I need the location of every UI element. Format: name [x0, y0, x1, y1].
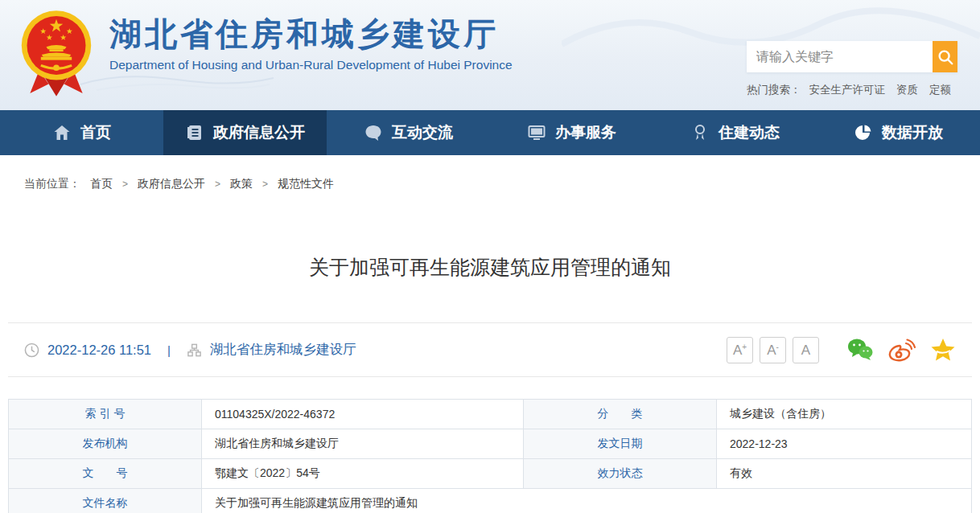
- breadcrumb-separator: >: [215, 179, 220, 190]
- site-title: 湖北省住房和城乡建设厅: [109, 16, 513, 51]
- category-label: 分 类: [524, 400, 717, 429]
- search-input[interactable]: [747, 41, 933, 72]
- search-button[interactable]: [933, 41, 957, 72]
- page-title: 关于加强可再生能源建筑应用管理的通知: [48, 254, 932, 281]
- nav-item-dynamics[interactable]: 住建动态: [653, 110, 817, 155]
- breadcrumb-separator: >: [122, 179, 128, 190]
- document-number-label: 文 号: [9, 459, 202, 489]
- index-number-value: 01104325X/2022-46372: [202, 400, 524, 429]
- nav-item-label: 互动交流: [392, 122, 453, 143]
- qzone-star-icon: [930, 338, 956, 362]
- article-meta: 2022-12-26 11:51 | 湖北省住房和城乡建设厅: [24, 341, 356, 359]
- breadcrumb: 当前位置： 首页 > 政府信息公开 > 政策 > 规范性文件: [0, 155, 980, 191]
- wechat-share-button[interactable]: [846, 338, 874, 362]
- search-area: 热门搜索： 安全生产许可证 资质 定额: [747, 41, 957, 97]
- search-icon: [937, 48, 954, 66]
- nav-item-label: 住建动态: [719, 122, 780, 143]
- nav-item-label: 办事服务: [555, 122, 616, 143]
- publish-time: 2022-12-26 11:51: [47, 343, 151, 358]
- clock-icon: [24, 343, 39, 358]
- nav-item-label: 首页: [80, 122, 111, 143]
- search-box: [747, 41, 957, 72]
- table-row: 文件名称 关于加强可再生能源建筑应用管理的通知: [9, 489, 972, 513]
- font-increase-button[interactable]: A+: [727, 337, 753, 363]
- hot-search-label: 热门搜索：: [747, 83, 801, 97]
- site-subtitle: Department of Housing and Urban-Rural De…: [109, 58, 513, 72]
- site-header: 湖北省住房和城乡建设厅 Department of Housing and Ur…: [0, 0, 980, 110]
- index-number-label: 索 引 号: [9, 400, 202, 429]
- article-tools: A+ A- A: [720, 337, 956, 363]
- nav-item-data-open[interactable]: 数据开放: [817, 110, 980, 155]
- nav-item-gov-info[interactable]: 政府信息公开: [163, 110, 327, 155]
- document-info-table: 索 引 号 01104325X/2022-46372 分 类 城乡建设（含住房）…: [8, 399, 972, 513]
- nav-item-home[interactable]: 首页: [0, 110, 163, 155]
- chat-bubble-icon: [364, 123, 383, 142]
- hot-search-link-2[interactable]: 资质: [896, 83, 918, 97]
- qzone-share-button[interactable]: [930, 338, 956, 362]
- pie-chart-icon: [854, 123, 873, 142]
- hot-search-link-1[interactable]: 安全生产许可证: [809, 83, 886, 97]
- breadcrumb-item-home[interactable]: 首页: [90, 177, 113, 191]
- source-name: 湖北省住房和城乡建设厅: [210, 341, 356, 359]
- document-name-label: 文件名称: [9, 489, 202, 513]
- wechat-icon: [846, 338, 874, 362]
- hot-search: 热门搜索： 安全生产许可证 资质 定额: [747, 83, 957, 97]
- weibo-share-button[interactable]: [888, 338, 916, 362]
- table-row: 索 引 号 01104325X/2022-46372 分 类 城乡建设（含住房）: [9, 400, 972, 429]
- document-icon: [185, 123, 204, 142]
- breadcrumb-label: 当前位置：: [24, 177, 80, 191]
- person-badge-icon: [690, 123, 710, 142]
- home-icon: [52, 123, 72, 142]
- breadcrumb-item-normative-docs[interactable]: 规范性文件: [278, 177, 334, 191]
- issuing-agency-label: 发布机构: [9, 429, 202, 459]
- issuing-agency-value: 湖北省住房和城乡建设厅: [202, 429, 524, 459]
- monitor-icon: [527, 123, 546, 142]
- validity-status-label: 效力状态: [524, 459, 717, 489]
- national-emblem-logo: [18, 6, 95, 100]
- breadcrumb-separator: >: [262, 179, 268, 190]
- font-decrease-button[interactable]: A-: [760, 337, 786, 363]
- issue-date-value: 2022-12-23: [717, 429, 972, 459]
- breadcrumb-item-gov-info[interactable]: 政府信息公开: [138, 177, 205, 191]
- issue-date-label: 发文日期: [524, 429, 717, 459]
- validity-status-value: 有效: [717, 459, 972, 489]
- nav-item-interaction[interactable]: 互动交流: [327, 110, 490, 155]
- organization-icon: [187, 343, 202, 358]
- table-row: 发布机构 湖北省住房和城乡建设厅 发文日期 2022-12-23: [9, 429, 972, 459]
- hot-search-link-3[interactable]: 定额: [929, 83, 951, 97]
- nav-item-label: 数据开放: [882, 122, 943, 143]
- article-meta-row: 2022-12-26 11:51 | 湖北省住房和城乡建设厅 A+ A- A: [0, 323, 980, 376]
- weibo-icon: [888, 338, 916, 362]
- document-info-section: 索 引 号 01104325X/2022-46372 分 类 城乡建设（含住房）…: [0, 377, 980, 513]
- category-value: 城乡建设（含住房）: [717, 400, 972, 429]
- site-identity: 湖北省住房和城乡建设厅 Department of Housing and Ur…: [109, 16, 513, 72]
- nav-item-label: 政府信息公开: [213, 122, 305, 143]
- meta-separator: |: [167, 343, 171, 357]
- main-nav: 首页 政府信息公开 互动交流 办事服务: [0, 110, 980, 155]
- document-name-value: 关于加强可再生能源建筑应用管理的通知: [202, 489, 972, 513]
- document-number-value: 鄂建文〔2022〕54号: [202, 459, 524, 489]
- table-row: 文 号 鄂建文〔2022〕54号 效力状态 有效: [9, 459, 972, 489]
- nav-item-services[interactable]: 办事服务: [490, 110, 653, 155]
- font-reset-button[interactable]: A: [793, 337, 819, 363]
- breadcrumb-item-policy[interactable]: 政策: [230, 177, 253, 191]
